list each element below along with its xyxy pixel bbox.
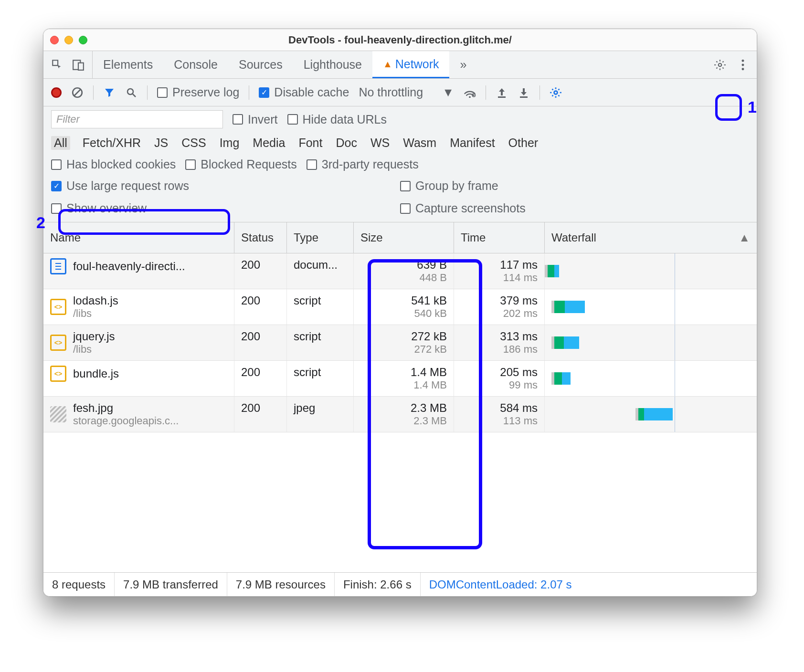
tab-console[interactable]: Console (163, 51, 228, 78)
filter-input[interactable] (51, 110, 223, 128)
filter-icon[interactable] (103, 86, 116, 99)
requests-table: Name Status Type Size Time Waterfall▲ fo… (43, 222, 757, 572)
capture-screenshots-checkbox[interactable]: Capture screenshots (400, 201, 749, 215)
svg-point-14 (554, 91, 557, 94)
table-row[interactable]: fesh.jpgstorage.googleapis.c...200jpeg2.… (43, 397, 757, 432)
table-header: Name Status Type Size Time Waterfall▲ (43, 222, 757, 253)
panel-tab-bar: Elements Console Sources Lighthouse ▲ Ne… (43, 51, 757, 79)
chip-font[interactable]: Font (297, 136, 323, 150)
document-file-icon (50, 258, 66, 274)
type-filter-chips: All Fetch/XHR JS CSS Img Media Font Doc … (43, 132, 757, 154)
col-type[interactable]: Type (287, 222, 354, 253)
kebab-menu-icon[interactable] (737, 59, 749, 71)
request-path: /libs (73, 343, 115, 356)
waterfall-cell (545, 253, 757, 289)
status-bar: 8 requests 7.9 MB transferred 7.9 MB res… (43, 572, 757, 596)
third-party-checkbox[interactable]: 3rd-party requests (307, 158, 419, 171)
hide-data-urls-checkbox[interactable]: Hide data URLs (287, 113, 387, 126)
svg-point-10 (469, 96, 471, 98)
has-blocked-cookies-checkbox[interactable]: Has blocked cookies (51, 158, 176, 171)
table-row[interactable]: foul-heavenly-directi...200docum...639 B… (43, 253, 757, 289)
settings-gear-icon[interactable] (714, 59, 726, 71)
size-cell: 2.3 MB2.3 MB (354, 397, 454, 432)
script-file-icon: <> (50, 366, 66, 382)
chip-wasm[interactable]: Wasm (402, 136, 437, 150)
size-cell: 272 kB272 kB (354, 325, 454, 360)
svg-rect-12 (498, 96, 506, 98)
status-cell: 200 (234, 361, 287, 396)
blocked-requests-checkbox[interactable]: Blocked Requests (185, 158, 297, 171)
time-cell: 205 ms99 ms (454, 361, 545, 396)
status-dcl: DOMContentLoaded: 2.07 s (421, 573, 581, 596)
network-settings-gear-icon[interactable] (550, 86, 562, 99)
use-large-rows-checkbox[interactable]: ✓Use large request rows (51, 179, 400, 193)
type-cell: script (287, 325, 354, 360)
table-row[interactable]: <>lodash.js/libs200script541 kB540 kB379… (43, 289, 757, 325)
filter-block: Invert Hide data URLs All Fetch/XHR JS C… (43, 106, 757, 222)
invert-checkbox[interactable]: Invert (233, 113, 278, 126)
clear-icon[interactable] (71, 86, 84, 99)
tab-network[interactable]: ▲ Network (372, 51, 449, 78)
network-conditions-icon[interactable] (464, 86, 476, 99)
request-path: storage.googleapis.c... (73, 415, 179, 427)
chip-all[interactable]: All (51, 136, 70, 150)
preserve-log-checkbox[interactable]: Preserve log (157, 85, 239, 99)
minimize-icon[interactable] (64, 36, 73, 44)
chip-media[interactable]: Media (252, 136, 286, 150)
zoom-icon[interactable] (79, 36, 87, 44)
chip-ws[interactable]: WS (370, 136, 391, 150)
throttling-select[interactable]: No throttling ▼ (359, 85, 454, 99)
warning-icon: ▲ (383, 59, 392, 70)
svg-point-3 (742, 59, 744, 62)
inspect-icon[interactable] (51, 59, 63, 71)
sort-indicator-icon: ▲ (739, 231, 750, 244)
close-icon[interactable] (50, 36, 59, 44)
search-icon[interactable] (125, 86, 138, 99)
more-tabs[interactable]: » (449, 51, 477, 78)
status-cell: 200 (234, 289, 287, 325)
col-size[interactable]: Size (354, 222, 454, 253)
request-name: jquery.js (73, 330, 115, 343)
status-requests: 8 requests (43, 573, 115, 596)
record-button[interactable] (51, 87, 62, 98)
waterfall-cell (545, 289, 757, 325)
download-har-icon[interactable] (518, 86, 530, 99)
waterfall-cell (545, 397, 757, 432)
chip-img[interactable]: Img (219, 136, 241, 150)
tab-lighthouse[interactable]: Lighthouse (293, 51, 372, 78)
col-time[interactable]: Time (454, 222, 545, 253)
request-name: fesh.jpg (73, 401, 179, 415)
waterfall-cell (545, 361, 757, 396)
col-status[interactable]: Status (234, 222, 287, 253)
tab-sources[interactable]: Sources (228, 51, 293, 78)
show-overview-checkbox[interactable]: Show overview (51, 201, 400, 215)
table-row[interactable]: <>jquery.js/libs200script272 kB272 kB313… (43, 325, 757, 361)
device-toolbar-icon[interactable] (72, 59, 85, 71)
request-name: foul-heavenly-directi... (73, 260, 185, 273)
table-row[interactable]: <>bundle.js200script1.4 MB1.4 MB205 ms99… (43, 361, 757, 397)
svg-point-4 (742, 63, 744, 66)
type-cell: script (287, 361, 354, 396)
time-cell: 379 ms202 ms (454, 289, 545, 325)
group-by-frame-checkbox[interactable]: Group by frame (400, 179, 749, 193)
disable-cache-checkbox[interactable]: ✓Disable cache (259, 85, 349, 99)
time-cell: 117 ms114 ms (454, 253, 545, 289)
svg-rect-13 (520, 96, 528, 98)
chip-manifest[interactable]: Manifest (449, 136, 496, 150)
chip-doc[interactable]: Doc (335, 136, 358, 150)
type-cell: jpeg (287, 397, 354, 432)
chip-js[interactable]: JS (153, 136, 169, 150)
chip-other[interactable]: Other (508, 136, 540, 150)
upload-har-icon[interactable] (496, 86, 508, 99)
chip-css[interactable]: CSS (180, 136, 207, 150)
script-file-icon: <> (50, 299, 66, 315)
size-cell: 541 kB540 kB (354, 289, 454, 325)
col-waterfall[interactable]: Waterfall▲ (545, 222, 757, 253)
tab-elements[interactable]: Elements (93, 51, 163, 78)
chip-fetch-xhr[interactable]: Fetch/XHR (82, 136, 142, 150)
traffic-lights (50, 36, 87, 44)
type-cell: script (287, 289, 354, 325)
request-name: lodash.js (73, 294, 118, 307)
script-file-icon: <> (50, 335, 66, 351)
col-name[interactable]: Name (43, 222, 234, 253)
